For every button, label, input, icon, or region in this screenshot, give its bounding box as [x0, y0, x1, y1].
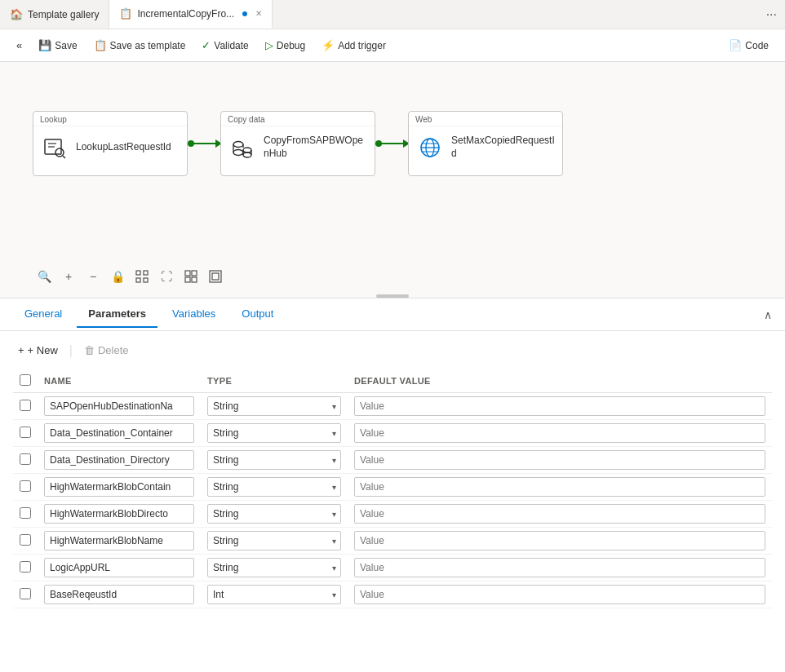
svg-rect-25 — [192, 277, 197, 282]
tab-general[interactable]: General — [13, 301, 73, 328]
param-value-input[interactable] — [354, 585, 765, 604]
svg-point-12 — [243, 153, 251, 157]
save-icon: 💾 — [38, 39, 51, 51]
node-lookup[interactable]: Lookup LookupLastRequestId — [33, 111, 188, 176]
param-value-input[interactable] — [354, 558, 765, 577]
tab-variables[interactable]: Variables — [161, 301, 227, 328]
col-name-header: NAME — [38, 369, 201, 393]
canvas-search-tool[interactable]: 🔍 — [33, 265, 55, 288]
validate-button[interactable]: ✓ Validate — [195, 36, 255, 55]
param-value-input[interactable] — [354, 396, 765, 416]
new-parameter-button[interactable]: + + New — [13, 341, 63, 360]
param-type-select[interactable]: StringIntBoolFloatArrayObject — [207, 477, 341, 497]
canvas-zoom-out-tool[interactable]: − — [82, 265, 104, 288]
table-row: StringIntBoolFloatArrayObject▾ — [13, 555, 772, 581]
tab-pipeline[interactable]: 📋 IncrementalCopyFro... ✕ — [109, 0, 273, 29]
svg-rect-26 — [210, 271, 221, 282]
canvas-select-tool[interactable]: ⛶ — [155, 265, 178, 288]
row-checkbox[interactable] — [20, 588, 31, 599]
svg-rect-24 — [185, 277, 190, 282]
tab-icon-pipeline: 📋 — [119, 7, 132, 20]
arrow-1 — [188, 143, 220, 144]
node-web-title: SetMaxCopiedRequestId — [451, 135, 556, 160]
canvas-grid-tool[interactable] — [204, 265, 227, 288]
param-name-input[interactable] — [44, 585, 194, 604]
param-name-input[interactable] — [44, 450, 194, 470]
add-trigger-icon: ⚡ — [322, 39, 335, 51]
tab-close-pipeline[interactable]: ✕ — [255, 9, 262, 18]
row-checkbox[interactable] — [20, 561, 31, 573]
param-type-select[interactable]: StringIntBoolFloatArrayObject — [207, 504, 341, 524]
save-button[interactable]: 💾 Save — [32, 36, 83, 55]
tab-template-gallery[interactable]: 🏠 Template gallery — [0, 0, 109, 29]
tab-bar: 🏠 Template gallery 📋 IncrementalCopyFro.… — [0, 0, 785, 29]
param-name-input[interactable] — [44, 396, 194, 416]
canvas-expand-tool[interactable] — [180, 265, 202, 288]
debug-icon: ▷ — [265, 39, 273, 51]
param-type-select[interactable]: StringIntBoolFloatArrayObject — [207, 531, 341, 550]
copy-icon — [228, 133, 257, 162]
tab-more-button[interactable]: ··· — [758, 0, 785, 29]
param-value-input[interactable] — [354, 450, 765, 470]
col-checkbox-header — [13, 369, 38, 393]
param-name-input[interactable] — [44, 531, 194, 550]
parameters-content: + + New | 🗑 Delete NAME TYPE DEFAULT VAL… — [0, 331, 785, 618]
arrow-2 — [375, 143, 408, 144]
panel-resize-handle[interactable] — [376, 294, 409, 298]
node-copy-title: CopyFromSAPBWOpenHub — [264, 135, 368, 160]
param-type-select[interactable]: StringIntBoolFloatArrayObject — [207, 558, 341, 577]
row-checkbox[interactable] — [20, 453, 31, 465]
param-type-select[interactable]: StringIntBoolFloatArrayObject — [207, 423, 341, 443]
row-checkbox[interactable] — [20, 507, 31, 519]
parameters-table: NAME TYPE DEFAULT VALUE StringIntBoolFlo… — [13, 369, 772, 608]
node-copy-data[interactable]: Copy data CopyFromSAPBWOpenHub — [220, 111, 375, 176]
canvas-lock-tool[interactable]: 🔒 — [106, 265, 129, 288]
svg-point-8 — [233, 150, 243, 156]
param-name-input[interactable] — [44, 504, 194, 524]
pipeline-canvas[interactable]: Lookup LookupLastRequestId — [0, 62, 785, 298]
toolbar-collapse[interactable]: « — [10, 36, 29, 55]
code-button[interactable]: 📄 Code — [722, 36, 775, 55]
param-name-input[interactable] — [44, 558, 194, 577]
node-web[interactable]: Web SetMaxCopiedRequestId — [408, 111, 563, 176]
row-checkbox[interactable] — [20, 400, 31, 411]
row-checkbox[interactable] — [20, 534, 31, 546]
param-value-input[interactable] — [354, 504, 765, 524]
save-template-button[interactable]: 📋 Save as template — [87, 36, 193, 55]
param-name-input[interactable] — [44, 477, 194, 497]
canvas-fit-tool[interactable] — [131, 265, 153, 288]
tab-label-gallery: Template gallery — [28, 9, 99, 20]
tab-output[interactable]: Output — [230, 301, 285, 328]
delete-parameter-button[interactable]: 🗑 Delete — [79, 341, 134, 360]
action-separator: | — [69, 343, 73, 358]
add-trigger-button[interactable]: ⚡ Add trigger — [315, 36, 392, 55]
table-row: StringIntBoolFloatArrayObject▾ — [13, 581, 772, 608]
save-template-icon: 📋 — [94, 39, 107, 51]
param-type-select[interactable]: StringIntBoolFloatArrayObject — [207, 396, 341, 416]
canvas-zoom-in-tool[interactable]: + — [57, 265, 80, 288]
params-actions: + + New | 🗑 Delete — [13, 341, 772, 360]
web-icon — [415, 133, 445, 162]
svg-line-2 — [63, 156, 65, 158]
svg-point-1 — [55, 148, 64, 157]
param-name-input[interactable] — [44, 423, 194, 443]
panel-collapse-button[interactable]: ∧ — [764, 308, 772, 321]
row-checkbox[interactable] — [20, 480, 31, 492]
save-template-label: Save as template — [110, 40, 186, 51]
panel-tab-bar: General Parameters Variables Output ∧ — [0, 298, 785, 331]
pipeline-flow: Lookup LookupLastRequestId — [33, 111, 563, 176]
code-label: Code — [745, 40, 769, 51]
debug-button[interactable]: ▷ Debug — [259, 36, 312, 55]
node-copy-type: Copy data — [221, 112, 375, 126]
svg-rect-18 — [136, 271, 140, 275]
col-type-header: TYPE — [201, 369, 348, 393]
param-type-select[interactable]: StringIntBoolFloatArrayObject — [207, 585, 341, 604]
param-value-input[interactable] — [354, 423, 765, 443]
tab-parameters[interactable]: Parameters — [77, 301, 157, 328]
param-type-select[interactable]: StringIntBoolFloatArrayObject — [207, 450, 341, 470]
row-checkbox[interactable] — [20, 427, 31, 438]
param-value-input[interactable] — [354, 531, 765, 550]
param-value-input[interactable] — [354, 477, 765, 497]
svg-point-5 — [233, 142, 243, 148]
select-all-checkbox[interactable] — [20, 374, 31, 386]
